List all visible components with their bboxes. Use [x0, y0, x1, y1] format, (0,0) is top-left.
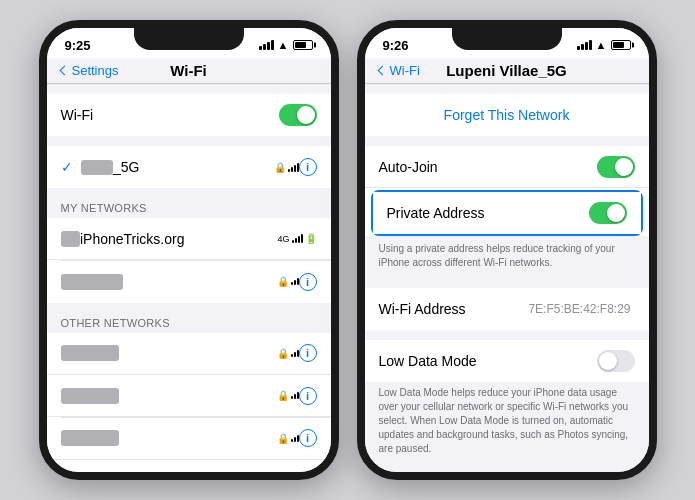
toggle-thumb: [297, 106, 315, 124]
info-button-2[interactable]: i: [299, 273, 317, 291]
nav-bar-left: Settings Wi-Fi: [47, 58, 331, 84]
wifi-address-group: Wi-Fi Address 7E:F5:BE:42:F8:29: [365, 288, 649, 330]
nav-title-left: Wi-Fi: [170, 62, 207, 79]
auto-join-right-group: Auto-Join Private Address: [365, 146, 649, 278]
other-network-1: [61, 345, 277, 361]
low-data-desc: Low Data Mode helps reduce your iPhone d…: [365, 382, 649, 464]
other-networks-button[interactable]: Other...: [47, 460, 331, 472]
network-label-1: iPhoneTricks.org: [61, 231, 278, 247]
current-network-group: ✓ _5G 🔒 i: [47, 146, 331, 188]
back-button-left[interactable]: Settings: [61, 63, 119, 78]
current-network-item[interactable]: ✓ _5G 🔒 i: [47, 146, 331, 188]
phone-right: 9:26 ▲ Wi-Fi Lupeni Villae_5G: [357, 20, 657, 480]
status-icons-left: ▲: [259, 39, 313, 51]
phone-left: 9:25 ▲ Settings Wi-Fi: [39, 20, 339, 480]
private-address-highlight: Private Address: [371, 190, 643, 236]
signal-icon: [259, 40, 274, 50]
back-button-right[interactable]: Wi-Fi: [379, 63, 420, 78]
info-button-o1[interactable]: i: [299, 344, 317, 362]
wifi-toggle-label: Wi-Fi: [61, 107, 279, 123]
info-button-o2[interactable]: i: [299, 387, 317, 405]
private-address-desc: Using a private address helps reduce tra…: [365, 238, 649, 278]
battery-icon: [293, 40, 313, 50]
chevron-left-icon-right: [377, 66, 387, 76]
low-data-item[interactable]: Low Data Mode: [365, 340, 649, 382]
auto-join-right-item[interactable]: Auto-Join: [365, 146, 649, 188]
low-data-label: Low Data Mode: [379, 353, 597, 369]
auto-join-toggle[interactable]: [597, 156, 635, 178]
private-address-label: Private Address: [387, 205, 589, 221]
wifi-address-label: Wi-Fi Address: [379, 301, 529, 317]
wifi-status-icon-right: ▲: [596, 39, 607, 51]
network-item-1[interactable]: iPhoneTricks.org 4G 🔋: [47, 218, 331, 260]
wifi-address-value: 7E:F5:BE:42:F8:29: [528, 302, 630, 316]
other-network-item-1[interactable]: 🔒 i: [47, 333, 331, 375]
wifi-toggle-item[interactable]: Wi-Fi: [47, 94, 331, 136]
info-button-o3[interactable]: i: [299, 429, 317, 447]
wifi-toggle-group: Wi-Fi: [47, 94, 331, 136]
forget-network-group: Forget This Network: [365, 94, 649, 136]
info-button-current[interactable]: i: [299, 158, 317, 176]
status-icons-right: ▲: [577, 39, 631, 51]
scroll-content-left[interactable]: Wi-Fi ✓ _5G 🔒: [47, 84, 331, 472]
wifi-address-item: Wi-Fi Address 7E:F5:BE:42:F8:29: [365, 288, 649, 330]
battery-icon-right: [611, 40, 631, 50]
wifi-signal-icon: [288, 163, 299, 172]
lock-icon: 🔒: [274, 162, 286, 173]
my-networks-group: MY NETWORKS iPhoneTricks.org 4G 🔋: [47, 198, 331, 303]
low-data-toggle[interactable]: [597, 350, 635, 372]
signal-icon-right: [577, 40, 592, 50]
other-networks-header: OTHER NETWORKS: [47, 313, 331, 333]
network-label-2: [61, 274, 277, 290]
my-networks-header: MY NETWORKS: [47, 198, 331, 218]
scroll-content-right[interactable]: Forget This Network Auto-Join: [365, 84, 649, 472]
4g-icon: 4G: [277, 234, 289, 244]
time-right: 9:26: [383, 38, 409, 53]
private-address-item[interactable]: Private Address: [373, 192, 641, 234]
notch-left: [134, 28, 244, 50]
low-data-group: Low Data Mode Low Data Mode helps reduce…: [365, 340, 649, 464]
private-address-toggle[interactable]: [589, 202, 627, 224]
lock-icon-2: 🔒: [277, 276, 289, 287]
auto-join-right-label: Auto-Join: [379, 159, 597, 175]
back-label-right: Wi-Fi: [390, 63, 420, 78]
nav-bar-right: Wi-Fi Lupeni Villae_5G: [365, 58, 649, 84]
network-item-2[interactable]: 🔒 i: [47, 261, 331, 303]
signal-icon-2: [291, 278, 299, 285]
forget-network-item[interactable]: Forget This Network: [365, 94, 649, 136]
battery-small-icon: 🔋: [305, 233, 317, 244]
chevron-left-icon: [59, 66, 69, 76]
checkmark-icon: ✓: [61, 159, 73, 175]
other-network-item-3[interactable]: 🔒 i: [47, 418, 331, 460]
time-left: 9:25: [65, 38, 91, 53]
current-network-label: _5G: [81, 159, 274, 175]
back-label-left: Settings: [72, 63, 119, 78]
nav-title-right: Lupeni Villae_5G: [446, 62, 567, 79]
wifi-toggle[interactable]: [279, 104, 317, 126]
notch-right: [452, 28, 562, 50]
wifi-status-icon: ▲: [278, 39, 289, 51]
other-network-item-2[interactable]: 🔒 i: [47, 375, 331, 417]
signal-icon-1: [292, 234, 303, 243]
other-networks-group: OTHER NETWORKS 🔒 i: [47, 313, 331, 473]
forget-network-label: Forget This Network: [444, 107, 570, 123]
